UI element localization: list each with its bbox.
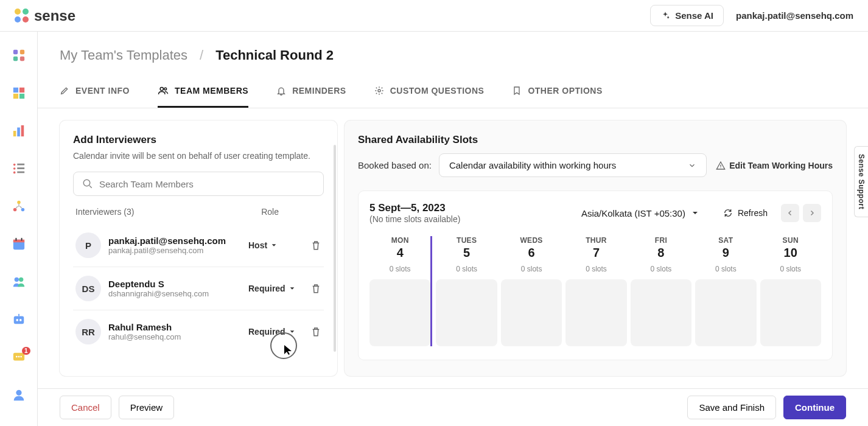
day-column[interactable]: SUN 10 0 slots — [760, 236, 821, 346]
day-column[interactable]: TUES 5 0 slots — [430, 236, 497, 346]
sense-ai-button[interactable]: Sense AI — [650, 5, 724, 26]
svg-rect-26 — [13, 316, 24, 324]
nav-network-icon[interactable] — [12, 200, 26, 213]
save-finish-button[interactable]: Save and Finish — [687, 396, 776, 419]
day-column[interactable]: THUR 7 0 slots — [565, 236, 626, 346]
edit-working-hours-link[interactable]: Edit Team Working Hours — [716, 161, 833, 170]
svg-rect-6 — [13, 94, 18, 99]
interviewer-row: RR Rahul Ramesh rahul@sensehq.com Requir… — [73, 310, 324, 353]
day-slots: 0 slots — [760, 265, 821, 273]
nav-analytics-icon[interactable] — [12, 124, 26, 138]
search-icon — [82, 178, 93, 189]
nav-bot-icon[interactable] — [12, 313, 26, 326]
prev-week-button[interactable] — [781, 204, 799, 222]
svg-rect-14 — [17, 167, 24, 169]
calendar-card: 5 Sept—5, 2023 (No time slots available)… — [358, 190, 833, 360]
tab-reminders[interactable]: REMINDERS — [276, 75, 346, 108]
day-slots: 0 slots — [565, 265, 626, 273]
day-slots: 0 slots — [436, 265, 497, 273]
day-name: FRI — [631, 236, 691, 245]
nav-profile-icon[interactable] — [12, 388, 26, 402]
refresh-button[interactable]: Refresh — [723, 208, 768, 218]
breadcrumb: My Team's Templates / Technical Round 2 — [38, 32, 868, 75]
timezone-dropdown[interactable]: Asia/Kolkata (IST +05:30) — [581, 208, 699, 218]
interviewer-email: pankaj.patil@sensehq.com — [108, 246, 241, 255]
slot-box — [565, 279, 626, 346]
gear-icon — [374, 86, 384, 96]
bookmark-icon — [512, 86, 522, 96]
day-column[interactable]: SAT 9 0 slots — [695, 236, 756, 346]
day-name: THUR — [565, 236, 626, 245]
refresh-label: Refresh — [738, 208, 768, 218]
svg-rect-4 — [13, 88, 18, 93]
chevron-left-icon — [786, 209, 794, 217]
search-input[interactable] — [99, 179, 315, 189]
role-dropdown[interactable]: Required — [248, 284, 303, 293]
day-slots: 0 slots — [501, 265, 562, 273]
tab-custom-questions[interactable]: CUSTOM QUESTIONS — [374, 75, 485, 108]
slot-box — [631, 279, 691, 346]
day-name: SUN — [760, 236, 821, 245]
role-value: Required — [248, 327, 285, 337]
role-value: Host — [248, 240, 267, 250]
svg-rect-7 — [19, 94, 24, 99]
day-name: WEDS — [501, 236, 562, 245]
week-days: MON 4 0 slots TUES 5 0 slots WEDS 6 — [369, 236, 821, 346]
availability-panel: Shared Availability Slots Booked based o… — [345, 120, 846, 376]
nav-team-icon[interactable] — [12, 275, 26, 288]
svg-rect-3 — [19, 57, 24, 61]
svg-point-27 — [16, 319, 18, 321]
continue-button[interactable]: Continue — [783, 396, 846, 419]
svg-rect-8 — [13, 131, 16, 136]
caret-down-icon — [289, 329, 295, 335]
search-team-members[interactable] — [73, 172, 324, 196]
day-column[interactable]: WEDS 6 0 slots — [501, 236, 562, 346]
day-name: MON — [369, 236, 430, 245]
svg-point-17 — [17, 201, 21, 204]
interviewers-panel: Add Interviewers Calendar invite will be… — [60, 120, 337, 376]
logo[interactable]: sense — [15, 7, 75, 24]
delete-icon[interactable] — [310, 283, 321, 294]
nav-list-icon[interactable] — [12, 162, 26, 175]
breadcrumb-parent[interactable]: My Team's Templates — [60, 47, 187, 63]
tab-other-options[interactable]: OTHER OPTIONS — [512, 75, 602, 108]
day-column[interactable]: FRI 8 0 slots — [631, 236, 691, 346]
topbar: sense Sense AI pankaj.patil@sensehq.com — [0, 0, 868, 32]
basis-value: Calendar availability within working hou… — [449, 160, 616, 170]
left-nav-rail: 1 — [0, 32, 38, 426]
svg-rect-16 — [17, 172, 24, 173]
tab-team-members[interactable]: TEAM MEMBERS — [158, 75, 248, 108]
footer-bar: Cancel Preview Save and Finish Continue — [38, 388, 868, 426]
svg-rect-2 — [13, 57, 17, 61]
role-dropdown[interactable]: Required — [248, 327, 303, 337]
cancel-button[interactable]: Cancel — [60, 396, 111, 419]
svg-point-24 — [14, 278, 18, 282]
delete-icon[interactable] — [310, 326, 321, 337]
nav-calendar-icon[interactable] — [12, 237, 26, 251]
nav-puzzle-icon[interactable] — [12, 86, 26, 100]
svg-rect-22 — [15, 238, 16, 241]
user-email[interactable]: pankaj.patil@sensehq.com — [736, 10, 853, 21]
nav-dashboard-icon[interactable] — [12, 49, 26, 62]
list-header: Interviewers (3) Role — [73, 207, 324, 224]
svg-rect-10 — [21, 125, 24, 136]
day-number: 5 — [436, 246, 497, 260]
interviewer-name: pankaj.patil@sensehq.com — [108, 236, 241, 246]
next-week-button[interactable] — [803, 204, 821, 222]
delete-icon[interactable] — [310, 240, 321, 251]
day-column[interactable]: MON 4 0 slots — [369, 236, 430, 346]
nav-chat-badge: 1 — [22, 347, 30, 355]
tab-event-info[interactable]: EVENT INFO — [60, 75, 130, 108]
sparkle-icon — [660, 11, 670, 21]
nav-chat-icon[interactable]: 1 — [12, 351, 26, 364]
caret-down-icon — [271, 242, 277, 248]
day-name: TUES — [436, 236, 497, 245]
svg-rect-5 — [19, 88, 24, 93]
support-tab[interactable]: Sense Support — [854, 146, 868, 217]
role-dropdown[interactable]: Host — [248, 240, 303, 250]
preview-button[interactable]: Preview — [119, 396, 174, 419]
day-number: 7 — [565, 246, 626, 260]
svg-point-28 — [19, 319, 21, 321]
booking-basis-dropdown[interactable]: Calendar availability within working hou… — [439, 153, 707, 177]
day-slots: 0 slots — [369, 265, 430, 273]
